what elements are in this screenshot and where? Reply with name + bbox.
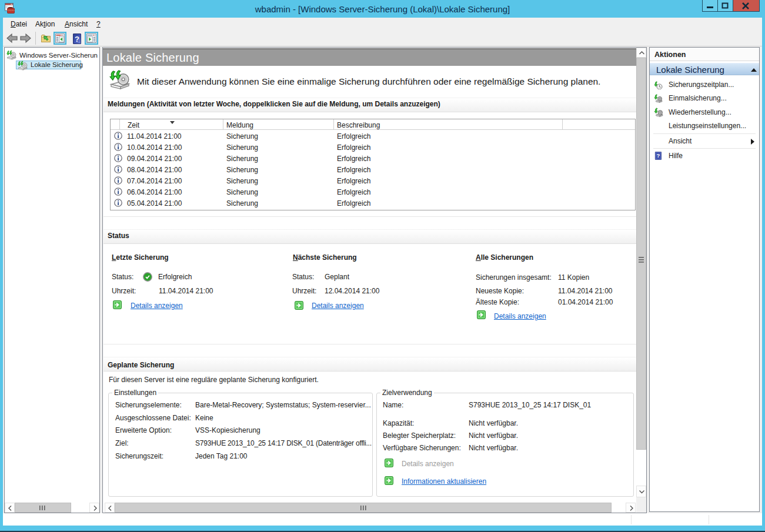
svg-text:?: ?	[657, 152, 660, 159]
svg-text:?: ?	[75, 35, 79, 44]
